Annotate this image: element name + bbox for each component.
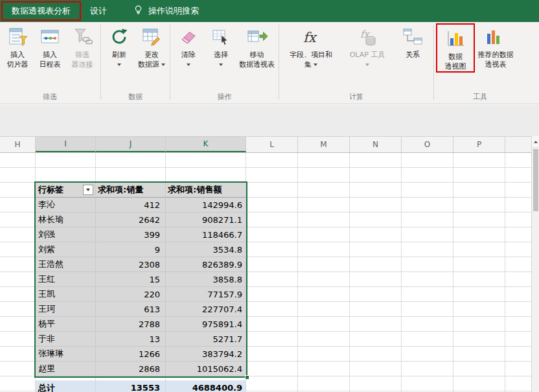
ribbon-tab-bar: 数据透视表分析 设计 操作说明搜索 <box>0 0 539 22</box>
worksheet-grid[interactable]: 行标签 求和项:销量 求和项:销售额 李沁 412 142994.6 林长瑜 2… <box>0 153 531 392</box>
column-header-O[interactable]: O <box>402 137 453 152</box>
pivot-row: 赵里 2868 1015062.4 <box>36 362 246 376</box>
ribbon-group-tools: 数据 透视图 推荐的数据 透视表 工具 <box>435 22 525 104</box>
scroll-up-button[interactable] <box>532 136 539 148</box>
column-header-I[interactable]: I <box>36 137 96 152</box>
sum-qty-header-cell[interactable]: 求和项:销量 <box>96 183 166 198</box>
ribbon-group-actions: 清除 选择 <box>171 22 278 104</box>
lightbulb-icon <box>133 5 144 17</box>
cell[interactable]: 412 <box>96 198 166 213</box>
cell[interactable]: 张琳琳 <box>36 347 96 362</box>
cell[interactable]: 13 <box>96 332 166 347</box>
cell[interactable]: 杨平 <box>36 317 96 332</box>
cell[interactable]: 王凯 <box>36 287 96 302</box>
total-label-cell[interactable]: 总计 <box>36 380 96 392</box>
cell[interactable]: 142994.6 <box>166 198 246 213</box>
ribbon-group-filter: 插入 切片器 插入 日程表 <box>0 22 100 104</box>
sum-amount-header-cell[interactable]: 求和项:销售额 <box>166 183 246 198</box>
cell[interactable]: 赵里 <box>36 362 96 376</box>
column-header-H[interactable]: H <box>0 137 36 152</box>
cell[interactable]: 刘强 <box>36 227 96 242</box>
cell[interactable]: 227707.4 <box>166 302 246 317</box>
total-amount-cell[interactable]: 4688400.9 <box>166 380 246 392</box>
column-header-partial[interactable] <box>505 137 531 152</box>
cell[interactable]: 826389.9 <box>166 257 246 272</box>
fields-items-sets-button[interactable]: fx 字段、项目和 集 <box>281 23 341 69</box>
cell[interactable]: 王红 <box>36 272 96 287</box>
vertical-scrollbar[interactable] <box>531 136 539 392</box>
cell[interactable]: 3858.8 <box>166 272 246 287</box>
cell[interactable]: 2788 <box>96 317 166 332</box>
cell[interactable]: 908271.1 <box>166 213 246 227</box>
pivot-row: 张琳琳 1266 383794.2 <box>36 347 246 362</box>
fill-handle[interactable] <box>245 375 249 380</box>
tab-pivottable-analyze[interactable]: 数据透视表分析 <box>1 1 81 21</box>
cell[interactable]: 613 <box>96 302 166 317</box>
fx-icon: fx <box>300 25 322 49</box>
cell[interactable]: 2308 <box>96 257 166 272</box>
clear-button[interactable]: 清除 <box>172 23 205 69</box>
pivot-row: 刘紫 9 3534.8 <box>36 242 246 257</box>
cell[interactable]: 1266 <box>96 347 166 362</box>
row-labels-header-cell[interactable]: 行标签 <box>36 183 96 198</box>
column-header-N[interactable]: N <box>350 137 402 152</box>
pivot-header-row: 行标签 求和项:销量 求和项:销售额 <box>36 183 246 198</box>
column-header-P[interactable]: P <box>453 137 505 152</box>
pivot-total-row: 总计 13553 4688400.9 <box>36 380 246 392</box>
pivot-row: 王浩然 2308 826389.9 <box>36 257 246 272</box>
filter-caret-icon <box>86 189 90 191</box>
cell[interactable]: 1015062.4 <box>166 362 246 376</box>
cell[interactable]: 李沁 <box>36 198 96 213</box>
timeline-icon <box>40 25 60 49</box>
cell[interactable]: 王珂 <box>36 302 96 317</box>
olap-tools-caret <box>365 63 369 66</box>
tab-design[interactable]: 设计 <box>81 1 116 21</box>
column-header-M[interactable]: M <box>298 137 350 152</box>
cell[interactable]: 975891.4 <box>166 317 246 332</box>
filter-connections-button[interactable]: 筛选 器连接 <box>66 23 98 69</box>
cell[interactable]: 9 <box>96 242 166 257</box>
pivotchart-button[interactable]: 数据 透视图 <box>437 25 474 71</box>
total-qty-cell[interactable]: 13553 <box>96 380 166 392</box>
recommended-pivottables-button[interactable]: 推荐的数据 透视表 <box>475 23 516 69</box>
change-data-source-caret <box>161 63 165 66</box>
row-labels-filter-button[interactable] <box>83 185 93 195</box>
cell[interactable]: 118466.7 <box>166 227 246 242</box>
cell[interactable]: 15 <box>96 272 166 287</box>
select-button[interactable]: 选择 <box>205 23 237 69</box>
cell[interactable]: 3534.8 <box>166 242 246 257</box>
select-icon <box>211 25 231 49</box>
cell[interactable]: 220 <box>96 287 166 302</box>
cell[interactable]: 于非 <box>36 332 96 347</box>
cell[interactable]: 399 <box>96 227 166 242</box>
cell[interactable]: 王浩然 <box>36 257 96 272</box>
column-header-L[interactable]: L <box>246 137 298 152</box>
olap-tools-button[interactable]: fx OLAP 工具 <box>341 23 394 69</box>
move-pivottable-button[interactable]: 移动 数据透视表 <box>237 23 277 69</box>
relationships-button[interactable]: 关系 <box>394 23 431 60</box>
cell[interactable]: 林长瑜 <box>36 213 96 227</box>
column-header-K[interactable]: K <box>166 137 246 152</box>
scrollbar-thumb[interactable] <box>533 149 538 211</box>
refresh-button[interactable]: 刷新 <box>103 23 135 69</box>
cell[interactable]: 刘紫 <box>36 242 96 257</box>
gridline <box>401 153 402 392</box>
cell[interactable]: 2642 <box>96 213 166 227</box>
cell[interactable]: 2868 <box>96 362 166 376</box>
pivot-row: 于非 13 5271.7 <box>36 332 246 347</box>
tell-me-search[interactable]: 操作说明搜索 <box>133 5 199 17</box>
slicer-icon <box>7 25 28 49</box>
insert-slicer-button[interactable]: 插入 切片器 <box>1 23 34 69</box>
cell[interactable]: 5271.7 <box>166 332 246 347</box>
pivot-row: 刘强 399 118466.7 <box>36 227 246 242</box>
change-data-source-button[interactable]: 更改 数据源 <box>135 23 168 69</box>
pivot-table: 行标签 求和项:销量 求和项:销售额 李沁 412 142994.6 林长瑜 2… <box>36 183 246 376</box>
pivot-row: 林长瑜 2642 908271.1 <box>36 213 246 227</box>
cell[interactable]: 383794.2 <box>166 347 246 362</box>
cell[interactable]: 77157.9 <box>166 287 246 302</box>
fields-items-sets-caret <box>314 63 317 66</box>
pivotchart-icon <box>445 27 466 51</box>
insert-timeline-button[interactable]: 插入 日程表 <box>34 23 66 69</box>
column-header-J[interactable]: J <box>96 137 166 152</box>
change-data-source-icon <box>141 25 162 49</box>
